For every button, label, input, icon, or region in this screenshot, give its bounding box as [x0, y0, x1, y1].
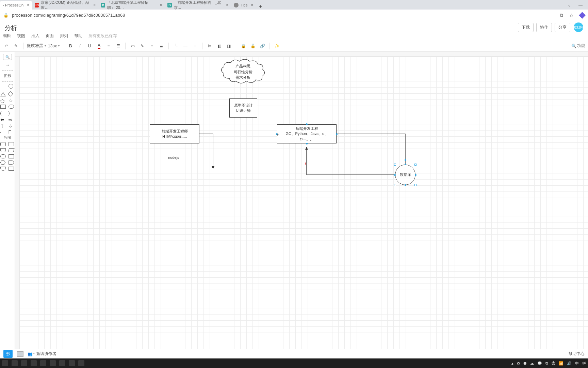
italic-icon[interactable]: I	[76, 42, 84, 50]
connector-style-icon[interactable]: └	[172, 42, 180, 50]
node-prototype[interactable]: 原型图设计 UI设计师	[229, 98, 257, 118]
taskbar-app-icon[interactable]	[78, 360, 84, 366]
text-color-icon[interactable]: A	[95, 42, 103, 50]
bookmark-star-icon[interactable]: ☆	[569, 13, 574, 18]
close-icon[interactable]: ×	[27, 3, 29, 7]
line-dash-icon[interactable]: ╌	[191, 42, 199, 50]
selection-port[interactable]	[415, 174, 416, 176]
install-app-icon[interactable]: ⧉	[560, 12, 563, 18]
minimap-icon[interactable]	[17, 351, 23, 357]
share-button[interactable]: 分享	[555, 23, 570, 32]
document-title[interactable]: 分析	[5, 24, 17, 32]
taskbar-app-icon[interactable]	[50, 360, 56, 366]
shape-circle[interactable]	[9, 84, 13, 89]
browser-tab[interactable]: B 「前端开发工程师招聘」_北京… ×	[165, 1, 231, 10]
port-bottom[interactable]	[306, 143, 308, 144]
shape-star[interactable]: ☆	[9, 98, 14, 103]
node-frontend[interactable]: 前端开发工程师 HTMl\css\js.....	[150, 124, 199, 143]
custom-shape-slot[interactable]: 图形	[2, 70, 13, 82]
browser-tab[interactable]: Title ×	[231, 1, 256, 10]
shape-bracket-l[interactable]: (	[0, 111, 6, 115]
underline-icon[interactable]: U	[86, 42, 93, 50]
taskbar-app-icon[interactable]	[59, 360, 65, 366]
collapse-panel-icon[interactable]: ⇥	[3, 62, 12, 68]
line-style-icon[interactable]: ≣	[158, 42, 165, 50]
shape-pentagon[interactable]: ⬠	[0, 98, 6, 103]
font-family-select[interactable]: 微软雅黑▾	[27, 43, 46, 49]
close-icon[interactable]: ×	[160, 3, 162, 7]
taskbar-app-icon[interactable]	[69, 360, 75, 366]
selection-port[interactable]	[405, 184, 406, 186]
menu-insert[interactable]: 插入	[31, 33, 39, 39]
taskbar-app-icon[interactable]	[21, 360, 27, 366]
taskbar-app-icon[interactable]	[2, 360, 8, 366]
shape-arrow-right[interactable]: ⇨	[9, 117, 14, 121]
port-top[interactable]	[306, 123, 308, 125]
shape-arrow-left[interactable]: ⬅	[0, 117, 6, 121]
selection-port[interactable]	[394, 174, 396, 176]
selection-rotate[interactable]	[405, 159, 406, 161]
close-icon[interactable]: ×	[93, 3, 96, 7]
collaborate-button[interactable]: 协作	[536, 23, 552, 32]
node-backend[interactable]: 后端开发工程 GO、Python、Java、c、 c++。。	[277, 124, 337, 143]
tray-icon[interactable]: ▴	[511, 361, 513, 366]
node-cloud[interactable]: 产品构思 可行性分析 需求分析	[219, 58, 267, 86]
taskbar-app-icon[interactable]	[31, 360, 37, 366]
menu-help[interactable]: 帮助	[74, 33, 82, 39]
shape-hexagon[interactable]	[0, 160, 6, 165]
tray-icon[interactable]: 💬	[537, 361, 542, 366]
menu-edit[interactable]: 编辑	[3, 33, 11, 39]
shape-bracket-r[interactable]: )	[9, 111, 14, 115]
taskbar-app-icon[interactable]	[12, 360, 18, 366]
shape-arrow-up[interactable]: ⇧	[0, 123, 6, 127]
list-icon[interactable]: ☰	[114, 42, 122, 50]
line-width-icon[interactable]: ≡	[148, 42, 156, 50]
shape-card[interactable]	[9, 154, 14, 158]
shape-triangle[interactable]	[0, 92, 6, 96]
browser-tab[interactable]: B 「北京前端开发工程师招聘」-20… ×	[98, 1, 165, 10]
font-size-select[interactable]: 13px▾	[48, 44, 60, 48]
new-tab-button[interactable]: +	[256, 3, 265, 10]
taskbar-app-icon[interactable]	[40, 360, 46, 366]
url-text[interactable]: processon.com/diagraming/61d79ed57d9c083…	[12, 13, 554, 18]
port-right[interactable]	[336, 133, 338, 135]
browser-tab[interactable]: - ProcessOn ×	[0, 1, 32, 10]
align-icon[interactable]: ≡	[105, 42, 112, 50]
selection-handle[interactable]	[394, 164, 396, 166]
tray-icon[interactable]: ☁	[530, 361, 534, 366]
minimize-icon[interactable]: —	[578, 3, 583, 7]
shape-diamond[interactable]	[7, 91, 13, 97]
tray-icon[interactable]: 🕸	[552, 361, 555, 365]
line-color-icon[interactable]: ✎	[138, 42, 146, 50]
shape-corner2[interactable]: Γ	[9, 129, 14, 133]
selection-handle[interactable]	[414, 184, 416, 186]
align-objects-icon[interactable]: ⊫	[206, 42, 213, 50]
menu-arrange[interactable]: 排列	[60, 33, 68, 39]
help-center[interactable]: 帮助中心	[568, 351, 585, 357]
extension-icon[interactable]	[579, 12, 586, 19]
tray-icon[interactable]: ⧉	[545, 361, 548, 366]
close-icon[interactable]: ×	[226, 3, 228, 7]
shape-search-input[interactable]: 🔍	[3, 54, 12, 60]
selection-handle[interactable]	[394, 184, 396, 186]
feature-search[interactable]: 🔍功能	[571, 43, 585, 49]
shape-line[interactable]	[0, 86, 6, 90]
close-icon[interactable]: ×	[251, 3, 254, 7]
shape-arrow-down[interactable]: ⇩	[9, 123, 14, 127]
undo-icon[interactable]: ↶	[3, 42, 10, 50]
line-solid-icon[interactable]: —	[182, 42, 189, 50]
node-nodejs-text[interactable]: nodejs	[168, 155, 179, 159]
selection-handle[interactable]	[414, 164, 416, 166]
ime-zh-icon[interactable]: 中	[575, 361, 579, 366]
shape-corner[interactable]: ⌐	[0, 129, 6, 133]
shape-offpage[interactable]	[0, 167, 6, 171]
format-painter-icon[interactable]: ✎	[12, 42, 20, 50]
shape-terminator[interactable]	[0, 154, 6, 158]
menu-view[interactable]: 视图	[17, 33, 25, 39]
wifi-icon[interactable]: 📶	[559, 361, 564, 366]
selection-port[interactable]	[405, 164, 406, 165]
shape-display[interactable]	[9, 160, 14, 165]
lock-icon[interactable]: 🔒	[240, 42, 247, 50]
link-icon[interactable]: 🔗	[259, 42, 266, 50]
menu-page[interactable]: 页面	[46, 33, 54, 39]
